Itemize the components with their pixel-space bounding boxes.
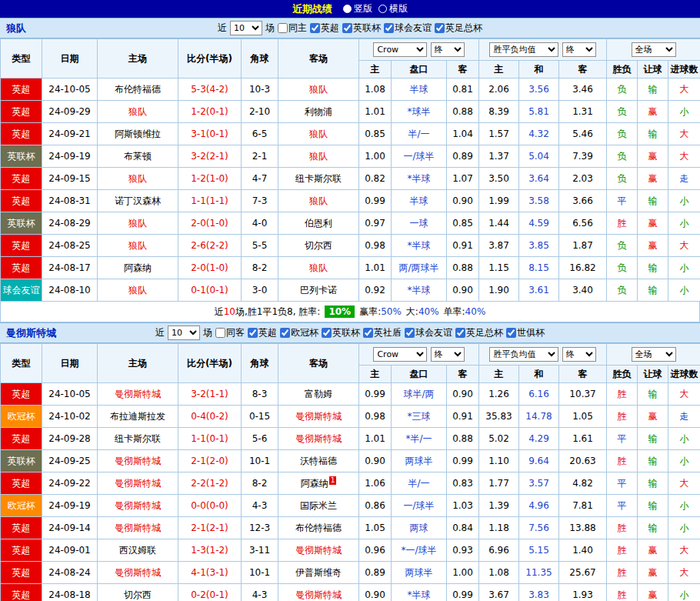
competition-filter[interactable]: 球会友谊 <box>384 22 432 35</box>
avg-stage-select[interactable]: 终 <box>562 347 596 362</box>
home-team[interactable]: 诺丁汉森林 <box>98 190 178 212</box>
handicap-home-odds: 0.90 <box>359 584 392 601</box>
radio-unselected-icon[interactable] <box>378 5 387 13</box>
match-date: 24-09-21 <box>42 123 98 145</box>
home-team[interactable]: 狼队 <box>98 279 178 302</box>
layout-horizontal-option[interactable]: 横版 <box>378 2 408 15</box>
odds-stage-select[interactable]: 终 <box>431 42 465 57</box>
away-team[interactable]: 曼彻斯特城 <box>278 584 359 601</box>
away-team[interactable]: 狼队 <box>278 145 359 168</box>
competition-checkbox[interactable] <box>322 328 332 338</box>
home-team[interactable]: 布伦特福德 <box>98 78 178 101</box>
odds-company-select[interactable]: Crow <box>373 347 427 362</box>
away-team[interactable]: 布伦特福德 <box>278 517 359 539</box>
competition-filter[interactable]: 英社盾 <box>363 326 402 339</box>
col-header-goals: 进球数 <box>668 366 700 383</box>
same-venue-filter[interactable]: 同主 <box>278 22 307 35</box>
col-header-odds-home: 主 <box>359 61 392 78</box>
away-team[interactable]: 狼队 <box>278 78 359 101</box>
away-team[interactable]: 狼队 <box>278 123 359 145</box>
competition-checkbox[interactable] <box>310 23 320 33</box>
away-team[interactable]: 巴列卡诺 <box>278 279 359 302</box>
same-venue-filter[interactable]: 同客 <box>215 326 245 339</box>
away-team[interactable]: 富勒姆 <box>278 383 359 406</box>
away-team[interactable]: 曼彻斯特城 <box>278 539 359 562</box>
competition-checkbox[interactable] <box>280 328 290 338</box>
away-team[interactable]: 狼队 <box>278 190 359 212</box>
away-team[interactable]: 阿森纳1 <box>278 472 359 495</box>
scope-select-cell: 全场 <box>607 344 700 366</box>
competition-badge: 英联杯 <box>1 450 42 472</box>
corner-count: 12-3 <box>242 517 278 539</box>
match-row: 英超24-09-14曼彻斯特城2-1(2-1)12-3布伦特福德1.05两球0.… <box>1 517 700 539</box>
home-team[interactable]: 西汉姆联 <box>98 539 178 562</box>
away-team[interactable]: 狼队 <box>278 257 359 279</box>
scope-select[interactable]: 全场 <box>632 42 676 57</box>
odds-company-select[interactable]: Crow <box>373 42 427 57</box>
competition-filter[interactable]: 英联杯 <box>342 22 381 35</box>
away-team[interactable]: 曼彻斯特城 <box>278 406 359 428</box>
competition-checkbox[interactable] <box>363 328 373 338</box>
competition-filter[interactable]: 球会友谊 <box>405 326 452 339</box>
games-count-select[interactable]: 10 <box>230 21 262 35</box>
recent-matches-table: 类型 日期 主场 比分(半场) 角球 客场 Crow 终 胜平负均值 终 全场 <box>0 343 700 601</box>
radio-selected-icon[interactable] <box>343 5 352 13</box>
competition-filter[interactable]: 欧冠杯 <box>280 326 318 339</box>
competition-checkbox[interactable] <box>455 328 465 338</box>
home-team[interactable]: 狼队 <box>98 168 178 190</box>
games-count-select[interactable]: 10 <box>168 326 200 340</box>
home-team[interactable]: 曼彻斯特城 <box>98 450 178 472</box>
handicap-result: 输 <box>638 257 668 279</box>
handicap-result: 输 <box>638 383 668 406</box>
home-team[interactable]: 狼队 <box>98 212 178 235</box>
away-team[interactable]: 纽卡斯尔联 <box>278 168 359 190</box>
competition-checkbox[interactable] <box>342 23 352 33</box>
competition-checkbox[interactable] <box>435 23 445 33</box>
same-venue-checkbox[interactable] <box>215 328 225 338</box>
home-team[interactable]: 曼彻斯特城 <box>98 517 178 539</box>
layout-vertical-option[interactable]: 竖版 <box>343 2 372 15</box>
home-team[interactable]: 曼彻斯特城 <box>98 472 178 495</box>
competition-checkbox[interactable] <box>405 328 415 338</box>
home-team[interactable]: 阿斯顿维拉 <box>98 123 178 145</box>
competition-filter[interactable]: 英足总杯 <box>455 326 503 339</box>
away-team[interactable]: 伯恩利 <box>278 212 359 235</box>
home-team[interactable]: 曼彻斯特城 <box>98 383 178 406</box>
home-team[interactable]: 阿森纳 <box>98 257 178 279</box>
away-team[interactable]: 伊普斯维奇 <box>278 562 359 584</box>
competition-filter[interactable]: 英联杯 <box>322 326 360 339</box>
away-team[interactable]: 曼彻斯特城 <box>278 428 359 450</box>
layout-horizontal-label: 横版 <box>389 2 408 15</box>
away-team[interactable]: 切尔西 <box>278 235 359 257</box>
handicap-result: 赢 <box>638 562 668 584</box>
avg-type-select[interactable]: 胜平负均值 <box>489 347 558 362</box>
odds-stage-select[interactable]: 终 <box>431 347 465 362</box>
avg-home-odds: 5.02 <box>479 428 519 450</box>
competition-filter[interactable]: 英超 <box>310 22 339 35</box>
competition-checkbox[interactable] <box>506 328 516 338</box>
away-team[interactable]: 国际米兰 <box>278 495 359 517</box>
away-team[interactable]: 沃特福德 <box>278 450 359 472</box>
competition-filter[interactable]: 世俱杯 <box>506 326 545 339</box>
competition-filter[interactable]: 英足总杯 <box>435 22 482 35</box>
competition-checkbox[interactable] <box>248 328 258 338</box>
home-team[interactable]: 曼彻斯特城 <box>98 495 178 517</box>
avg-stage-select[interactable]: 终 <box>562 42 596 57</box>
competition-filter[interactable]: 英超 <box>248 326 277 339</box>
avg-draw-odds: 3.61 <box>519 279 559 302</box>
same-venue-checkbox[interactable] <box>278 23 288 33</box>
home-team[interactable]: 切尔西 <box>98 584 178 601</box>
home-team[interactable]: 布莱顿 <box>98 145 178 168</box>
home-team[interactable]: 布拉迪斯拉发 <box>98 406 178 428</box>
home-team[interactable]: 曼彻斯特城 <box>98 562 178 584</box>
page-title: 近期战绩 <box>292 2 332 16</box>
competition-checkbox[interactable] <box>384 23 394 33</box>
home-team[interactable]: 狼队 <box>98 235 178 257</box>
avg-type-select[interactable]: 胜平负均值 <box>489 42 558 57</box>
home-team[interactable]: 狼队 <box>98 101 178 123</box>
scope-select[interactable]: 全场 <box>632 347 676 362</box>
handicap-away-odds: 1.07 <box>447 168 479 190</box>
home-team[interactable]: 纽卡斯尔联 <box>98 428 178 450</box>
goals-result: 走 <box>668 168 700 190</box>
away-team[interactable]: 利物浦 <box>278 101 359 123</box>
